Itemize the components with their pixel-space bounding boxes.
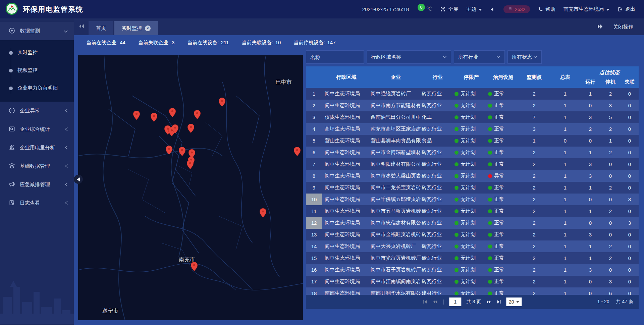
chevron-left-icon: [65, 200, 68, 206]
map-collapse-handle[interactable]: [74, 175, 83, 184]
table-row[interactable]: 2 阆中生态环境局 阆中市南方节能建材有 砖瓦行业 无计划 正常 2 1 0 3…: [306, 100, 639, 111]
row-facility-status: 正常: [488, 111, 518, 123]
row-company: 西南油气田分公司川中: [371, 111, 421, 123]
name-filter-input[interactable]: [306, 50, 364, 64]
table-row[interactable]: 15 阆中生态环境局 阆中市光富页岩机砖厂 砖瓦行业 无计划 正常 2 1 1 …: [306, 252, 639, 264]
point-status-group-label: 点位状态: [580, 66, 639, 76]
row-index: 9: [306, 182, 322, 194]
col-header-stop: 停机: [600, 76, 621, 88]
row-limit-status: 无计划: [454, 194, 488, 205]
tab-home[interactable]: 首页: [89, 21, 113, 35]
table-row[interactable]: 7 阆中生态环境局 阆中明阳建材有限公司 砖瓦行业 无计划 正常 2 1 3 0…: [306, 158, 639, 170]
map-pin-icon[interactable]: [194, 110, 201, 119]
tabs-scroll-right-icon[interactable]: [597, 24, 603, 30]
table-row[interactable]: 5 营山生态环境局 营山县润丰肉食品有限 食品 无计划 正常 1 0 0 1 0: [306, 135, 639, 147]
map-pin-icon[interactable]: [294, 147, 301, 156]
map-pin-icon[interactable]: [187, 124, 194, 133]
chevron-left-icon: [65, 163, 68, 169]
table-row[interactable]: 13 阆中生态环境局 阆中市金福旺页岩机砖 砖瓦行业 无计划 正常 2 1 3 …: [306, 229, 639, 240]
map-pin-icon[interactable]: [219, 98, 225, 107]
page-size-select[interactable]: 20: [506, 297, 522, 306]
first-page-icon[interactable]: [423, 300, 427, 304]
table-row[interactable]: 3 仪陇生态环境局 西南油气田分公司川中 化工 无计划 正常 7 1 3 5 0: [306, 111, 639, 123]
sidebar-item-power-analysis[interactable]: 企业用电量分析: [0, 139, 74, 157]
status-filter-select[interactable]: 所有状态: [507, 50, 542, 64]
sidebar-item-log-view[interactable]: 日志查看: [0, 194, 74, 212]
sidebar-item-company-abnormal[interactable]: 企业异常: [0, 102, 74, 120]
map-panel[interactable]: 巴中市 南充市 遂宁市: [78, 55, 303, 320]
table-row[interactable]: 14 阆中生态环境局 阆中大兴页岩机砖厂 砖瓦行业 无计划 正常 2 1 1 2…: [306, 240, 639, 252]
table-row[interactable]: 10 阆中生态环境局 阆中千佛镇五郎垭页岩 砖瓦行业 无计划 正常 2 1 0 …: [306, 194, 639, 205]
sidebar-item-data-monitor[interactable]: 数据监测: [0, 22, 74, 40]
tab-realtime-monitor[interactable]: 实时监控 ×: [114, 21, 158, 35]
map-pin-icon[interactable]: [151, 113, 157, 122]
page-number-input[interactable]: [449, 297, 462, 306]
map-pin-icon[interactable]: [166, 146, 172, 155]
sidebar: 数据监测 实时监控 视频监控 企业电力负荷明细: [0, 18, 74, 325]
tabs-scroll-left-icon[interactable]: [78, 24, 85, 30]
range-label: 1 - 20: [597, 299, 609, 305]
row-run: 3: [580, 229, 600, 240]
row-meters: 1: [550, 252, 580, 264]
row-company: 阆中市光富页岩机砖厂: [371, 252, 421, 264]
close-operations-button[interactable]: 关闭操作: [613, 24, 633, 30]
page-title: 环保用电监管系统: [23, 5, 83, 14]
table-row[interactable]: 8 阆中生态环境局 阆中市枣碧大梁山页岩 砖瓦行业 无计划 异常 2 1 3 0…: [306, 170, 639, 182]
table-row[interactable]: 6 阆中生态环境局 阆中市金博瑞新型墙材 砖瓦行业 无计划 正常 2 1 1 2…: [306, 147, 639, 158]
table-row[interactable]: 16 阆中生态环境局 阆中市石子页岩机砖厂 砖瓦行业 无计划 正常 2 1 3 …: [306, 264, 639, 276]
row-company: 阆中市江南镇阆南页岩: [371, 276, 421, 287]
help-button[interactable]: 帮助: [538, 6, 555, 12]
notification-badge[interactable]: 2632: [503, 5, 530, 13]
table-row[interactable]: 18 南部生态环境局 南部县利华水泥有限公 建材行业 无计划 正常 2 1 0 …: [306, 287, 639, 295]
row-lost: 0: [621, 264, 639, 276]
row-run: 3: [580, 170, 600, 182]
row-company: 阆中市五马桥页岩机砖: [371, 205, 421, 217]
table-row[interactable]: 11 阆中生态环境局 阆中市五马桥页岩机砖 砖瓦行业 无计划 正常 2 1 1 …: [306, 205, 639, 217]
sidebar-item-emergency-reduction[interactable]: 应急减排管理: [0, 175, 74, 194]
stat-online-devices: 当前在线设备:211: [187, 40, 229, 46]
map-marker-layer: 巴中市 南充市 遂宁市: [78, 55, 303, 320]
sidebar-item-video-monitor[interactable]: 视频监控: [0, 61, 74, 79]
table-row[interactable]: 12 阆中生态环境局 阆中市忠信建材有限公 砖瓦行业 无计划 正常 2 1 0 …: [306, 217, 639, 229]
facility-status-dot: [488, 268, 492, 272]
fullscreen-button[interactable]: 全屏: [440, 6, 458, 12]
sidebar-item-basic-data[interactable]: 基础数据管理: [0, 157, 74, 175]
theme-dropdown[interactable]: 主题: [466, 6, 482, 12]
map-pin-icon[interactable]: [260, 208, 266, 217]
facility-status-dot: [488, 104, 492, 108]
close-icon[interactable]: ×: [145, 25, 151, 31]
sidebar-item-realtime-monitor[interactable]: 实时监控: [0, 44, 74, 61]
row-index: 17: [306, 276, 322, 287]
map-pin-icon[interactable]: [172, 124, 178, 133]
map-pin-icon[interactable]: [191, 262, 198, 271]
prev-page-icon[interactable]: [432, 300, 438, 304]
alert-circle-icon: [9, 107, 15, 115]
map-pin-icon[interactable]: [187, 160, 194, 169]
table-row[interactable]: 17 阆中生态环境局 阆中市江南镇阆南页岩 砖瓦行业 无计划 正常 2 1 0 …: [306, 276, 639, 287]
region-filter-select[interactable]: 行政区域名称: [367, 50, 451, 64]
row-facility-status: 正常: [488, 240, 518, 252]
table-header: 行政区域 企业 行业 停限产 治污设施 监测点 总表 点位状态 运行 停机 失联: [306, 66, 639, 88]
industry-filter-select[interactable]: 所有行业: [454, 50, 505, 64]
row-index: 14: [306, 240, 322, 252]
last-page-icon[interactable]: [496, 300, 501, 304]
row-company: 阆中市二龙长宝页岩砖: [371, 182, 421, 194]
next-page-icon[interactable]: [486, 300, 491, 304]
table-row[interactable]: 9 阆中生态环境局 阆中市二龙长宝页岩砖 砖瓦行业 无计划 正常 2 1 1 2…: [306, 182, 639, 194]
table-row[interactable]: 1 阆中生态环境局 阆中强锐页岩砖厂 砖瓦行业 无计划 正常 2 1 1 2 0: [306, 88, 639, 100]
limit-status-dot: [454, 198, 459, 202]
row-limit-status: 无计划: [454, 111, 488, 123]
table-row[interactable]: 4 高坪生态环境局 南充市高坪区王家店建 砖瓦行业 无计划 正常 3 1 2 2…: [306, 123, 639, 135]
sound-button[interactable]: [490, 7, 495, 12]
row-region: 阆中生态环境局: [322, 276, 371, 287]
map-pin-icon[interactable]: [133, 111, 140, 120]
logout-button[interactable]: 退出: [618, 6, 635, 12]
map-pin-icon[interactable]: [179, 147, 185, 156]
row-stop: 2: [600, 205, 621, 217]
row-company: 阆中市南方节能建材有: [371, 100, 421, 111]
row-facility-status: 正常: [488, 229, 518, 240]
sidebar-item-power-load-detail[interactable]: 企业电力负荷明细: [0, 79, 74, 97]
sidebar-item-company-statistics[interactable]: 企业综合统计: [0, 120, 74, 139]
map-pin-icon[interactable]: [169, 108, 176, 117]
org-dropdown[interactable]: 南充市生态环境局: [564, 6, 609, 12]
